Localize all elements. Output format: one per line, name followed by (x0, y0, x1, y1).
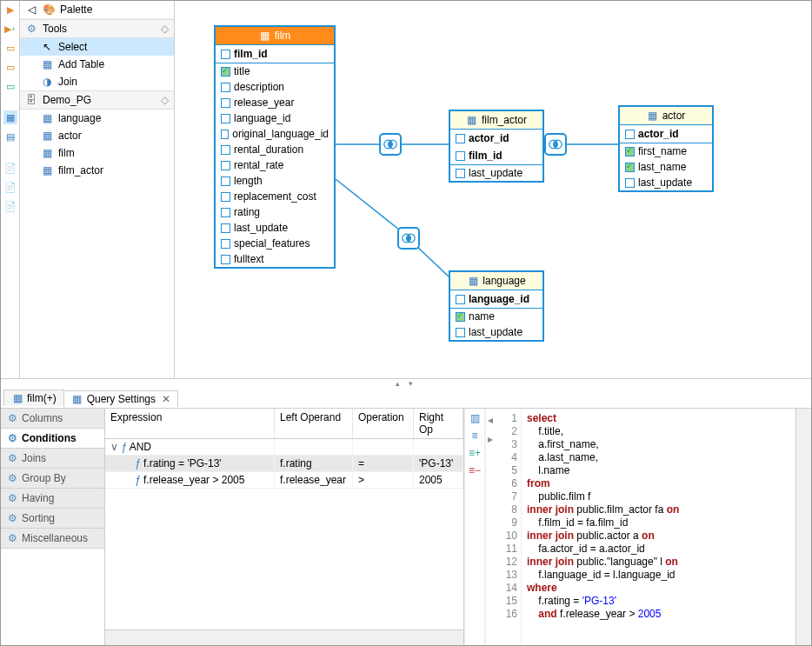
tools-section-header[interactable]: ⚙ Tools ◇ (20, 19, 174, 38)
checkbox[interactable] (221, 50, 230, 59)
sql-code[interactable]: select f.title, a.first_name, a.last_nam… (522, 409, 795, 645)
icon-btn-3[interactable]: ▭ (3, 79, 17, 93)
checkbox[interactable] (456, 295, 465, 304)
grid-icon[interactable]: ▦ (3, 110, 17, 124)
close-icon[interactable]: ✕ (162, 393, 170, 405)
settings-cat-group-by[interactable]: ⚙Group By (1, 469, 104, 489)
column-row[interactable]: fulltext (216, 251, 334, 267)
column-row[interactable]: length (216, 173, 334, 189)
entity-actor[interactable]: ▦actor actor_id first_namelast_namelast_… (618, 105, 714, 192)
align-icon[interactable]: ≡ (471, 430, 477, 442)
column-row[interactable]: last_name (620, 159, 712, 175)
checkbox[interactable] (625, 163, 635, 172)
split-handle-v[interactable]: ◂▸ (485, 409, 494, 645)
column-row[interactable]: last_update (620, 175, 712, 190)
column-row[interactable]: rating (216, 204, 334, 220)
demo-section-header[interactable]: 🗄 Demo_PG ◇ (20, 90, 174, 110)
demo-item-actor[interactable]: ▦actor (20, 127, 174, 144)
gear-icon: ⚙ (6, 472, 18, 484)
column-row[interactable]: name (450, 309, 542, 324)
checkbox[interactable] (221, 67, 230, 77)
h-scrollbar[interactable] (105, 629, 463, 645)
tool-add-table[interactable]: ▦ Add Table (20, 56, 174, 73)
condition-row[interactable]: ƒ f.release_year > 2005f.release_year>20… (105, 472, 463, 489)
condition-row[interactable]: ƒ f.rating = 'PG-13'f.rating='PG-13' (105, 456, 463, 472)
join-node[interactable] (397, 227, 420, 250)
column-row[interactable]: description (216, 79, 334, 95)
checkbox[interactable] (456, 328, 465, 337)
checkbox[interactable] (221, 114, 230, 123)
tool-join[interactable]: ◑ Join (20, 73, 174, 90)
settings-cat-miscellaneous[interactable]: ⚙Miscellaneous (1, 529, 104, 549)
checkbox[interactable] (625, 147, 635, 157)
settings-cat-joins[interactable]: ⚙Joins (1, 449, 104, 469)
checkbox[interactable] (221, 239, 230, 249)
entity-film[interactable]: ▦film film_id titledescriptionrelease_ye… (214, 25, 336, 269)
checkbox[interactable] (221, 255, 230, 264)
checkbox[interactable] (456, 134, 465, 143)
conditions-grid: Expression Left Operand Operation Right … (105, 409, 464, 645)
column-row[interactable]: last_update (450, 324, 542, 340)
v-scrollbar[interactable] (795, 409, 811, 645)
column-row[interactable]: rental_rate (216, 157, 334, 173)
diagram-canvas[interactable]: ▦film film_id titledescriptionrelease_ye… (175, 1, 811, 378)
settings-cat-sorting[interactable]: ⚙Sorting (1, 509, 104, 529)
column-row[interactable]: original_language_id (216, 126, 334, 142)
run-plus-icon[interactable]: ▶+ (3, 22, 17, 36)
column-row[interactable]: rental_duration (216, 142, 334, 157)
checkbox[interactable] (221, 192, 230, 202)
settings-cat-columns[interactable]: ⚙Columns (1, 409, 104, 429)
checkbox[interactable] (625, 130, 635, 139)
checkbox[interactable] (456, 151, 465, 161)
column-row[interactable]: first_name (620, 143, 712, 159)
checkbox[interactable] (456, 312, 465, 322)
join-node[interactable] (379, 133, 402, 156)
checkbox[interactable] (625, 178, 635, 188)
column-row[interactable]: replacement_cost (216, 189, 334, 204)
gear-icon: ⚙ (6, 512, 18, 524)
column-row[interactable]: release_year (216, 95, 334, 110)
demo-item-film[interactable]: ▦film (20, 144, 174, 162)
demo-item-language[interactable]: ▦language (20, 110, 174, 127)
icon-btn-2[interactable]: ▭ (3, 60, 17, 74)
join-node[interactable] (544, 133, 567, 156)
settings-cat-having[interactable]: ⚙Having (1, 489, 104, 509)
tab-film[interactable]: ▦film(+) (3, 390, 64, 406)
entity-film-actor[interactable]: ▦film_actor actor_id film_id last_update (449, 110, 544, 183)
doc-plus-icon[interactable]: 📄 (3, 199, 17, 213)
filter-icon[interactable]: ▥ (470, 412, 480, 424)
tab-query-settings[interactable]: ▦Query Settings ✕ (63, 390, 178, 407)
tool-select[interactable]: ↖ Select (20, 38, 174, 56)
demo-item-film-actor[interactable]: ▦film_actor (20, 162, 174, 179)
checkbox[interactable] (456, 169, 465, 178)
checkbox[interactable] (221, 145, 230, 155)
checkbox[interactable] (221, 98, 230, 108)
checkbox[interactable] (221, 176, 230, 186)
run-icon[interactable]: ▶ (3, 3, 17, 17)
remove-row-icon[interactable]: ≡− (469, 464, 481, 476)
table-view-icon[interactable]: ▤ (3, 130, 17, 143)
doc-icon-2[interactable]: 📄 (3, 180, 17, 194)
join-icon: ◑ (41, 76, 53, 88)
split-handle[interactable]: ▴ ▾ (1, 379, 811, 388)
entity-language[interactable]: ▦language language_id namelast_update (449, 270, 544, 342)
column-row[interactable]: title (216, 63, 334, 79)
checkbox[interactable] (221, 130, 229, 139)
checkbox[interactable] (221, 161, 230, 170)
settings-cat-conditions[interactable]: ⚙Conditions (1, 429, 104, 449)
column-row[interactable]: language_id (216, 110, 334, 126)
collapse-icon[interactable]: ◇ (161, 94, 169, 106)
column-row[interactable]: special_features (216, 236, 334, 251)
checkbox[interactable] (221, 223, 230, 233)
back-icon[interactable]: ◁ (25, 3, 37, 16)
column-row[interactable]: last_update (216, 220, 334, 236)
bottom-tabs: ▦film(+) ▦Query Settings ✕ (1, 388, 811, 409)
add-row-icon[interactable]: ≡+ (469, 447, 481, 459)
checkbox[interactable] (221, 83, 230, 92)
icon-btn-1[interactable]: ▭ (3, 41, 17, 55)
table-icon: ▦ (259, 30, 271, 42)
checkbox[interactable] (221, 208, 230, 217)
collapse-icon[interactable]: ◇ (161, 23, 169, 35)
doc-icon-1[interactable]: 📄 (3, 161, 17, 175)
grid-header: Expression Left Operand Operation Right … (105, 409, 463, 439)
